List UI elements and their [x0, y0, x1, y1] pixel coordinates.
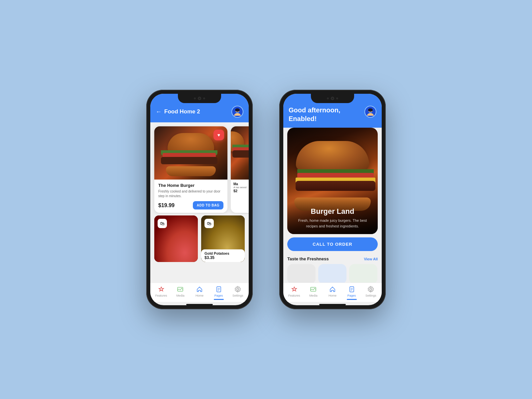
fresh-card-1[interactable]	[287, 264, 316, 283]
product-grid: 🛍 🛍 Gold Potatoes $3.35	[150, 214, 249, 265]
home-indicator-1	[186, 304, 213, 305]
active-indicator	[214, 299, 224, 300]
freshness-header: Taste the Freshness View All	[283, 254, 382, 263]
bun-top	[168, 133, 214, 153]
strawberry-product-card[interactable]: 🛍	[154, 215, 198, 262]
bun-bottom	[166, 166, 216, 176]
avatar-icon-2	[366, 107, 375, 116]
call-to-order-button[interactable]: CALL TO ORDER	[287, 237, 378, 251]
pages2-label: Pages	[347, 294, 356, 297]
phone-1-screen: ← Food Home 2	[150, 94, 249, 305]
food-price: $19.99	[158, 202, 175, 208]
notch2-sensor	[336, 97, 338, 99]
patty	[161, 157, 217, 164]
media-label: Media	[176, 294, 185, 297]
scroll-content: ♥ The Home Burger Freshly cooked and del…	[150, 122, 249, 283]
nav-settings[interactable]: Settings	[228, 286, 247, 297]
settings-label: Settings	[232, 294, 243, 297]
nav2-settings[interactable]: Settings	[361, 286, 380, 297]
fresh-card-3[interactable]	[349, 264, 377, 283]
svg-point-17	[370, 288, 372, 290]
notch2-speaker	[327, 97, 329, 99]
food-description: Freshly cooked and delivered to your doo…	[158, 189, 223, 199]
nav2-pages[interactable]: Pages	[342, 286, 361, 297]
notch-2	[311, 94, 354, 103]
active-indicator-2	[347, 299, 357, 300]
greeting-text: Good afternoon,Enabled!	[289, 106, 340, 123]
home2-icon	[329, 286, 336, 293]
fresh-card-2[interactable]	[318, 264, 346, 283]
settings-icon	[234, 286, 241, 293]
media-icon	[177, 286, 184, 293]
secondary-card-info: Ma A tas wood $2	[231, 180, 249, 196]
potato-product-card[interactable]: 🛍 Gold Potatoes $3.35	[201, 215, 245, 262]
svg-rect-11	[369, 112, 371, 113]
greeting-container: Good afternoon,Enabled!	[289, 106, 340, 123]
media2-label: Media	[309, 294, 318, 297]
nav-features[interactable]: Features	[152, 286, 171, 297]
home2-label: Home	[329, 294, 336, 297]
notch-speaker	[194, 97, 196, 99]
add-to-bag-button[interactable]: ADD TO BAG	[193, 201, 223, 209]
features2-label: Features	[288, 294, 300, 297]
phone2-scroll-content: Burger Land Fresh, home made juicy burge…	[283, 128, 382, 283]
freshness-cards	[283, 263, 382, 283]
hero-overlay: Burger Land Fresh, home made juicy burge…	[287, 197, 378, 234]
phone-1: ← Food Home 2	[146, 90, 253, 309]
home-icon	[196, 286, 203, 293]
favorite-button[interactable]: ♥	[213, 130, 224, 140]
media2-icon	[310, 286, 317, 293]
freshness-title: Taste the Freshness	[287, 256, 329, 261]
home-label: Home	[196, 294, 203, 297]
secondary-food-name: Ma	[233, 182, 249, 186]
potato-label: Gold Potatoes $3.35	[201, 249, 245, 262]
secondary-card-image	[231, 126, 249, 180]
secondary-food-price: $2	[233, 189, 249, 193]
nav-media[interactable]: Media	[171, 286, 190, 297]
notch-sensor	[203, 97, 205, 99]
avatar-2[interactable]	[364, 106, 376, 118]
back-button[interactable]: ←	[156, 108, 162, 115]
nav2-home[interactable]: Home	[323, 286, 342, 297]
main-food-card[interactable]: ♥ The Home Burger Freshly cooked and del…	[154, 126, 227, 213]
card-info: The Home Burger Freshly cooked and deliv…	[154, 180, 227, 213]
secondary-food-desc: A tas wood	[233, 186, 249, 189]
hero-image: Burger Land Fresh, home made juicy burge…	[287, 128, 378, 234]
s-patty	[232, 150, 249, 158]
pages2-icon	[348, 286, 355, 293]
hero-patty	[296, 181, 375, 191]
pages-icon	[215, 286, 222, 293]
secondary-burger-visual	[231, 126, 249, 180]
nav-home[interactable]: Home	[190, 286, 209, 297]
cards-row: ♥ The Home Burger Freshly cooked and del…	[150, 122, 249, 214]
svg-rect-2	[236, 112, 238, 113]
card-image: ♥	[154, 126, 227, 180]
hero-bun-top	[296, 141, 369, 171]
home-indicator-2	[319, 304, 346, 305]
settings2-label: Settings	[365, 294, 376, 297]
secondary-food-card[interactable]: Ma A tas wood $2	[231, 126, 249, 213]
bag-icon-potato: 🛍	[204, 219, 214, 228]
features-label: Features	[155, 294, 167, 297]
avatar[interactable]	[231, 106, 243, 118]
card-footer: $19.99 ADD TO BAG	[158, 201, 223, 209]
features2-icon	[291, 286, 298, 293]
settings2-icon	[367, 286, 374, 293]
phone-2: Good afternoon,Enabled!	[279, 90, 386, 309]
header-left: ← Food Home 2	[156, 108, 200, 115]
notch-camera	[198, 97, 201, 100]
bottom-nav-1: Features Media Home Pages	[150, 283, 249, 302]
features-icon	[158, 286, 165, 293]
pages-label: Pages	[214, 294, 223, 297]
hero-subtitle: Fresh, home made juicy burgers. The best…	[293, 218, 372, 229]
food-name: The Home Burger	[158, 183, 223, 188]
page-title: Food Home 2	[164, 108, 200, 115]
nav2-features[interactable]: Features	[285, 286, 304, 297]
avatar-icon	[233, 107, 242, 116]
view-all-link[interactable]: View All	[364, 257, 378, 261]
nav-pages[interactable]: Pages	[209, 286, 228, 297]
nav2-media[interactable]: Media	[304, 286, 323, 297]
svg-point-8	[237, 288, 239, 290]
notch-1	[178, 94, 221, 103]
notch2-camera	[331, 97, 334, 100]
